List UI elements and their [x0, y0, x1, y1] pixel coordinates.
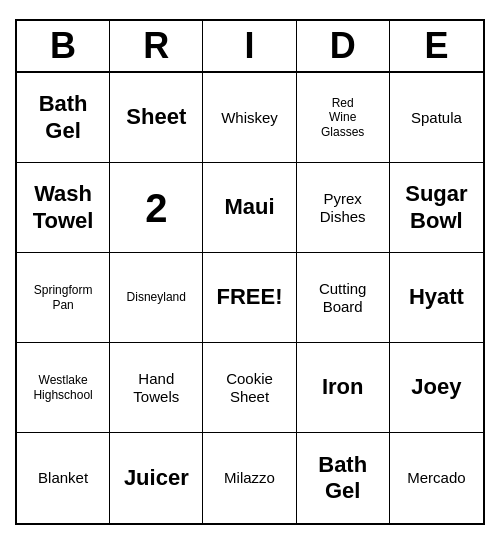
bingo-cell: Disneyland	[110, 253, 203, 343]
bingo-cell: 2	[110, 163, 203, 253]
bingo-cell: SpringformPan	[17, 253, 110, 343]
bingo-cell: RedWineGlasses	[297, 73, 390, 163]
bingo-cell: WashTowel	[17, 163, 110, 253]
bingo-cell: CuttingBoard	[297, 253, 390, 343]
header-letter: B	[17, 21, 110, 71]
bingo-cell: BathGel	[17, 73, 110, 163]
bingo-cell: Whiskey	[203, 73, 296, 163]
bingo-cell: Juicer	[110, 433, 203, 523]
bingo-cell: PyrexDishes	[297, 163, 390, 253]
bingo-card: BRIDE BathGelSheetWhiskeyRedWineGlassesS…	[15, 19, 485, 525]
bingo-cell: CookieSheet	[203, 343, 296, 433]
bingo-cell: Mercado	[390, 433, 483, 523]
bingo-cell: Sheet	[110, 73, 203, 163]
bingo-header: BRIDE	[17, 21, 483, 73]
bingo-cell: Iron	[297, 343, 390, 433]
bingo-cell: Joey	[390, 343, 483, 433]
bingo-cell: Milazzo	[203, 433, 296, 523]
header-letter: E	[390, 21, 483, 71]
bingo-cell: HandTowels	[110, 343, 203, 433]
bingo-grid: BathGelSheetWhiskeyRedWineGlassesSpatula…	[17, 73, 483, 523]
bingo-cell: Blanket	[17, 433, 110, 523]
bingo-cell: Hyatt	[390, 253, 483, 343]
bingo-cell: BathGel	[297, 433, 390, 523]
bingo-cell: WestlakeHighschool	[17, 343, 110, 433]
header-letter: D	[297, 21, 390, 71]
bingo-cell: FREE!	[203, 253, 296, 343]
bingo-cell: SugarBowl	[390, 163, 483, 253]
header-letter: I	[203, 21, 296, 71]
header-letter: R	[110, 21, 203, 71]
bingo-cell: Spatula	[390, 73, 483, 163]
bingo-cell: Maui	[203, 163, 296, 253]
